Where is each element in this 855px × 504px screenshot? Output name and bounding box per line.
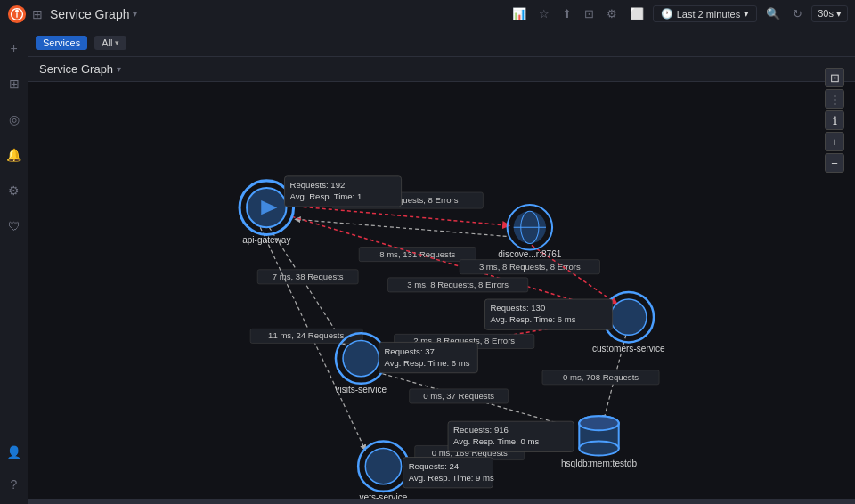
svg-text:Avg. Resp. Time: 6 ms: Avg. Resp. Time: 6 ms: [490, 314, 575, 324]
svg-text:Requests: 37: Requests: 37: [384, 346, 434, 356]
tv-button[interactable]: ⬜: [626, 5, 647, 22]
svg-text:Requests: 916: Requests: 916: [453, 425, 509, 435]
all-filter-dropdown[interactable]: All ▾: [94, 36, 126, 50]
layout: + ⊞ ◎ 🔔 ⚙ 🛡 👤 ? Services All ▾ Service G…: [0, 28, 855, 504]
edge-label-7: 0 ms, 708 Requests: [563, 372, 639, 382]
svg-point-21: [365, 448, 401, 484]
svg-point-2: [15, 9, 19, 12]
edge-api-to-discover: [291, 206, 509, 225]
node-discover[interactable]: discove...r:8761: [498, 205, 562, 259]
sidebar-item-explore[interactable]: ◎: [2, 107, 27, 132]
layout-button[interactable]: ⋮: [825, 89, 844, 109]
node-label-discover: discove...r:8761: [498, 249, 562, 259]
zoom-out-button[interactable]: −: [825, 153, 844, 173]
node-label-hsqldb: hsqldb:mem:testdb: [561, 459, 638, 468]
edge-label-8: 0 ms, 37 Requests: [423, 391, 494, 401]
search-button[interactable]: 🔍: [762, 5, 784, 22]
panel-header: Service Graph ▾: [28, 57, 855, 82]
time-range-picker[interactable]: 🕐 Last 2 minutes ▾: [653, 5, 758, 22]
svg-point-17: [343, 340, 379, 376]
grid-icon: ⊞: [32, 7, 43, 21]
panels-button[interactable]: ⊡: [581, 5, 598, 22]
topbar-actions: 📊 ☆ ⬆ ⊡ ⚙ ⬜ 🕐 Last 2 minutes ▾ 🔍 ↻ 30s ▾: [509, 5, 848, 22]
graph-controls: ⊡ ⋮ ℹ + −: [825, 68, 844, 173]
service-graph-svg[interactable]: 8 ms, 8 Requests, 8 Errors 8 ms, 131 Req…: [28, 91, 819, 504]
svg-text:Avg. Resp. Time: 0 ms: Avg. Resp. Time: 0 ms: [453, 436, 539, 446]
services-filter-tag[interactable]: Services: [36, 36, 87, 50]
tooltip-api-gateway-text: Requests: 192: [290, 180, 346, 190]
edge-label-5: 3 ms, 8 Requests, 8 Errors: [407, 280, 509, 289]
title-caret-icon: ▾: [133, 9, 137, 19]
edge-label-10: 8 ms, 131 Requests: [379, 249, 455, 259]
edge-label-3: 7 ms, 38 Requests: [273, 272, 344, 281]
topbar: ⊞ Service Graph ▾ 📊 ☆ ⬆ ⊡ ⚙ ⬜ 🕐 Last 2 m…: [0, 0, 855, 28]
edge-label-2: 3 ms, 8 Requests, 8 Errors: [479, 262, 581, 272]
svg-point-27: [579, 416, 618, 430]
edge-label-4: 11 ms, 24 Requests: [268, 330, 344, 340]
settings-button[interactable]: ⚙: [603, 5, 621, 22]
clock-icon: 🕐: [661, 8, 673, 20]
info-button[interactable]: ℹ: [825, 110, 844, 130]
sidebar-item-dashboards[interactable]: ⊞: [2, 71, 27, 96]
sidebar-item-alerts[interactable]: 🔔: [2, 142, 27, 167]
sidebar-bottom: 👤 ?: [2, 440, 27, 497]
all-caret-icon: ▾: [115, 38, 119, 47]
node-visits-service[interactable]: Requests: 37 Avg. Resp. Time: 6 ms visit…: [335, 333, 477, 394]
svg-point-26: [579, 441, 618, 455]
panel-resize-handle[interactable]: [28, 499, 855, 504]
sidebar-item-config[interactable]: ⚙: [2, 178, 27, 203]
time-caret-icon: ▾: [744, 8, 749, 20]
svg-text:Avg. Resp. Time: 1: Avg. Resp. Time: 1: [290, 191, 362, 201]
sidebar-item-add[interactable]: +: [2, 36, 27, 61]
refresh-rate-picker[interactable]: 30s ▾: [811, 5, 848, 22]
graph-panel: Service Graph ▾ 8 ms, 8 Re: [28, 57, 855, 504]
panel-title: Service Graph ▾: [39, 62, 121, 76]
star-button[interactable]: ☆: [535, 5, 553, 22]
bar-chart-button[interactable]: 📊: [509, 5, 530, 22]
svg-text:Avg. Resp. Time: 6 ms: Avg. Resp. Time: 6 ms: [384, 358, 469, 368]
grafana-logo-icon: [7, 4, 27, 24]
main-content: Services All ▾ Service Graph ▾: [28, 28, 855, 504]
page-title: Service Graph ▾: [50, 7, 137, 21]
share-button[interactable]: ⬆: [558, 5, 575, 22]
svg-text:Requests: 24: Requests: 24: [409, 461, 460, 471]
svg-point-13: [611, 299, 647, 335]
zoom-in-button[interactable]: +: [825, 132, 844, 151]
panel-toolbar: Services All ▾: [28, 28, 855, 57]
node-label-customers: customers-service: [592, 344, 665, 354]
refresh-button[interactable]: ↻: [789, 5, 806, 22]
fit-view-button[interactable]: ⊡: [825, 68, 844, 87]
sidebar-item-avatar[interactable]: 👤: [2, 440, 27, 465]
panel-title-caret-icon: ▾: [117, 64, 121, 74]
node-api-gateway[interactable]: Requests: 192 Avg. Resp. Time: 1 api-gat…: [240, 176, 402, 246]
node-label-api-gateway: api-gateway: [242, 235, 291, 245]
sidebar: + ⊞ ◎ 🔔 ⚙ 🛡 👤 ?: [0, 28, 28, 504]
sidebar-item-help[interactable]: ?: [2, 472, 27, 497]
sidebar-item-shield[interactable]: 🛡: [2, 214, 27, 239]
svg-text:Requests: 130: Requests: 130: [490, 303, 545, 313]
svg-text:Avg. Resp. Time: 9 ms: Avg. Resp. Time: 9 ms: [409, 473, 494, 483]
node-label-visits: visits-service: [335, 385, 387, 394]
